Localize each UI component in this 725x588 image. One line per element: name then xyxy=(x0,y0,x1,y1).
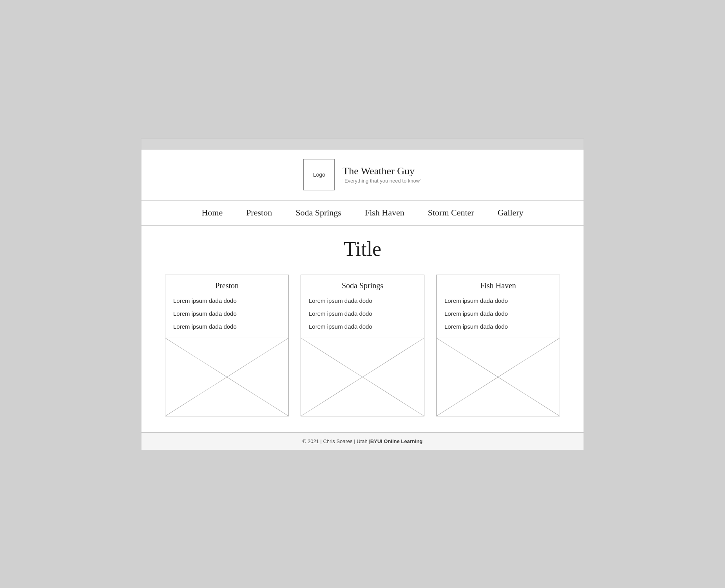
card-text-fish-haven-2: Lorem ipsum dada dodo xyxy=(444,310,552,317)
card-preston: Preston Lorem ipsum dada dodo Lorem ipsu… xyxy=(165,275,289,416)
card-text-soda-springs-3: Lorem ipsum dada dodo xyxy=(309,323,416,330)
card-title-preston: Preston xyxy=(173,281,281,290)
site-title: The Weather Guy xyxy=(343,165,421,177)
nav-item-fish-haven[interactable]: Fish Haven xyxy=(365,208,404,218)
top-bar xyxy=(141,139,584,150)
card-text-soda-springs-2: Lorem ipsum dada dodo xyxy=(309,310,416,317)
site-subtitle: "Everything that you need to know" xyxy=(343,178,421,184)
nav-item-home[interactable]: Home xyxy=(201,208,223,218)
logo-box: Logo xyxy=(303,159,335,190)
card-text-preston-2: Lorem ipsum dada dodo xyxy=(173,310,281,317)
card-text-fish-haven-3: Lorem ipsum dada dodo xyxy=(444,323,552,330)
header: Logo The Weather Guy "Everything that yo… xyxy=(141,150,584,201)
footer: © 2021 | Chris Soares | Utah |BYUI Onlin… xyxy=(141,432,584,450)
card-image-preston xyxy=(165,338,288,416)
nav-item-storm-center[interactable]: Storm Center xyxy=(428,208,474,218)
cards-grid: Preston Lorem ipsum dada dodo Lorem ipsu… xyxy=(165,275,560,416)
card-text-preston-3: Lorem ipsum dada dodo xyxy=(173,323,281,330)
card-title-soda-springs: Soda Springs xyxy=(309,281,416,290)
card-info-soda-springs: Soda Springs Lorem ipsum dada dodo Lorem… xyxy=(301,275,424,338)
card-image-soda-springs xyxy=(301,338,424,416)
card-image-fish-haven xyxy=(437,338,560,416)
nav-item-gallery[interactable]: Gallery xyxy=(498,208,524,218)
footer-text: © 2021 | Chris Soares | Utah | xyxy=(303,438,370,444)
site-title-block: The Weather Guy "Everything that you nee… xyxy=(343,165,421,184)
footer-bold-text: BYUI Online Learning xyxy=(370,438,423,444)
page-title: Title xyxy=(165,237,560,261)
page-wrapper: Logo The Weather Guy "Everything that yo… xyxy=(141,138,584,450)
nav-item-soda-springs[interactable]: Soda Springs xyxy=(295,208,341,218)
card-text-fish-haven-1: Lorem ipsum dada dodo xyxy=(444,297,552,304)
card-title-fish-haven: Fish Haven xyxy=(444,281,552,290)
nav-bar: Home Preston Soda Springs Fish Haven Sto… xyxy=(141,201,584,226)
logo-label: Logo xyxy=(313,172,325,178)
nav-item-preston[interactable]: Preston xyxy=(246,208,272,218)
main-content: Title Preston Lorem ipsum dada dodo Lore… xyxy=(141,226,584,432)
card-fish-haven: Fish Haven Lorem ipsum dada dodo Lorem i… xyxy=(436,275,560,416)
card-soda-springs: Soda Springs Lorem ipsum dada dodo Lorem… xyxy=(301,275,424,416)
card-text-soda-springs-1: Lorem ipsum dada dodo xyxy=(309,297,416,304)
card-info-fish-haven: Fish Haven Lorem ipsum dada dodo Lorem i… xyxy=(437,275,560,338)
card-text-preston-1: Lorem ipsum dada dodo xyxy=(173,297,281,304)
card-info-preston: Preston Lorem ipsum dada dodo Lorem ipsu… xyxy=(165,275,288,338)
